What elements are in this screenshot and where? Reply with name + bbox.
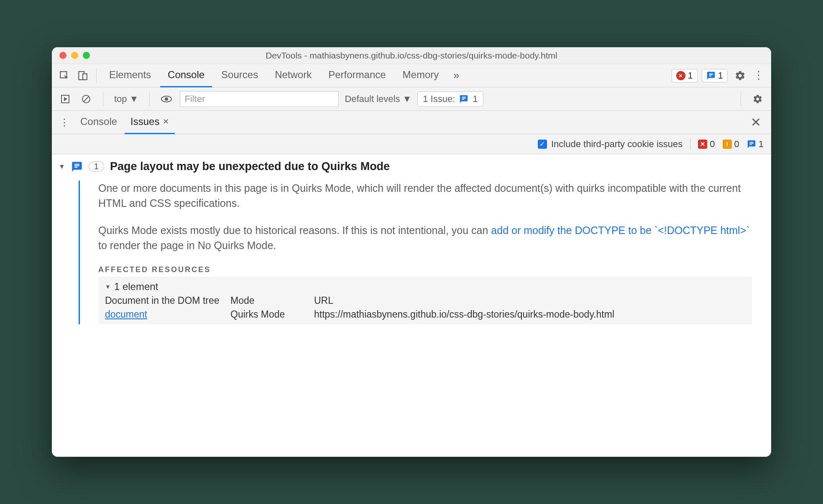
- errors-count[interactable]: ✕ 0: [698, 139, 715, 150]
- tab-performance-label: Performance: [328, 69, 386, 81]
- drawer-tab-issues-label: Issues: [130, 116, 159, 127]
- more-tabs-icon[interactable]: »: [448, 67, 465, 84]
- main-tabstrip: Elements Console Sources Network Perform…: [52, 64, 771, 87]
- table-cell-url: https://mathiasbynens.github.io/css-dbg-…: [314, 309, 745, 320]
- message-icon: [706, 71, 716, 80]
- issue-indicator-label: 1 Issue:: [423, 94, 455, 104]
- close-icon[interactable]: ✕: [163, 117, 169, 126]
- tabstrip-divider: [96, 68, 97, 83]
- issues-body: ▼ 1 Page layout may be unexpected due to…: [52, 154, 771, 457]
- issue-occurrence-count: 1: [89, 161, 104, 172]
- traffic-lights: [52, 52, 90, 59]
- affected-resources-box: ▼ 1 element Document in the DOM tree Mod…: [98, 277, 752, 324]
- tab-console[interactable]: Console: [160, 64, 212, 87]
- warnings-count[interactable]: ! 0: [723, 139, 739, 150]
- drawer-tab-console-label: Console: [80, 116, 117, 127]
- warnings-count-value: 0: [734, 139, 739, 150]
- affected-resources-heading: AFFECTED RESOURCES: [98, 265, 752, 274]
- issue-count: 1: [718, 70, 723, 81]
- devtools-window: DevTools - mathiasbynens.github.io/css-d…: [52, 47, 771, 457]
- table-cell-document-link[interactable]: document: [105, 309, 222, 320]
- issue-paragraph-2: Quirks Mode exists mostly due to histori…: [98, 223, 752, 253]
- svg-line-5: [84, 97, 89, 102]
- tab-memory[interactable]: Memory: [395, 64, 447, 87]
- table-header-url: URL: [314, 295, 745, 306]
- drawer-tab-issues[interactable]: Issues ✕: [125, 111, 175, 134]
- filter-placeholder: Filter: [184, 94, 205, 104]
- execute-icon[interactable]: [58, 92, 73, 107]
- window-close-button[interactable]: [59, 52, 66, 59]
- affected-resources-table: Document in the DOM tree Mode URL docume…: [105, 295, 745, 320]
- error-count-pill[interactable]: 1: [672, 69, 698, 82]
- table-header-document: Document in the DOM tree: [105, 295, 222, 306]
- kebab-menu-icon[interactable]: ⋮: [750, 67, 767, 84]
- drawer-tabstrip: ⋮ Console Issues ✕ ✕: [52, 111, 771, 134]
- filterbar-divider-3: [741, 92, 741, 107]
- svg-point-7: [165, 97, 168, 101]
- device-toolbar-icon[interactable]: [74, 67, 91, 84]
- table-cell-mode: Quirks Mode: [230, 309, 306, 320]
- settings-icon[interactable]: [732, 67, 749, 84]
- filterbar-divider-1: [103, 92, 103, 107]
- error-count: 1: [688, 70, 693, 81]
- third-party-checkbox[interactable]: ✓ Include third-party cookie issues: [538, 139, 682, 150]
- context-selector[interactable]: top ▼: [112, 94, 140, 104]
- issues-toolbar: ✓ Include third-party cookie issues ✕ 0 …: [52, 134, 771, 154]
- issue-p2-part-a: Quirks Mode exists mostly due to histori…: [98, 224, 491, 236]
- info-count-value: 1: [759, 139, 764, 150]
- log-levels-selector[interactable]: Default levels ▼: [345, 94, 412, 104]
- issue-p2-part-b: to render the page in No Quirks Mode.: [98, 239, 276, 251]
- table-header-mode: Mode: [230, 295, 306, 306]
- issue-count-pill[interactable]: 1: [702, 69, 728, 82]
- issue-detail: One or more documents in this page is in…: [79, 181, 764, 324]
- chevron-down-icon: ▼: [130, 94, 139, 104]
- window-maximize-button[interactable]: [83, 52, 90, 59]
- issue-header-row[interactable]: ▼ 1 Page layout may be unexpected due to…: [59, 160, 764, 173]
- chevron-down-icon: ▼: [402, 94, 412, 104]
- message-icon: [459, 94, 468, 104]
- message-icon: [71, 161, 83, 173]
- svg-rect-2: [83, 74, 87, 79]
- checkbox-checked-icon: ✓: [538, 140, 547, 149]
- issue-indicator[interactable]: 1 Issue: 1: [417, 92, 483, 107]
- tab-sources-label: Sources: [221, 69, 258, 81]
- tab-sources[interactable]: Sources: [214, 64, 266, 87]
- issue-indicator-count: 1: [473, 94, 478, 104]
- tab-network[interactable]: Network: [267, 64, 319, 87]
- live-expression-icon[interactable]: [159, 92, 174, 107]
- errors-count-value: 0: [710, 139, 715, 150]
- console-filterbar: top ▼ Filter Default levels ▼ 1 Issue: 1: [52, 87, 771, 111]
- tab-network-label: Network: [275, 69, 312, 81]
- error-icon: ✕: [698, 140, 707, 149]
- error-icon: [676, 71, 685, 80]
- drawer-close-button[interactable]: ✕: [745, 115, 767, 130]
- issue-paragraph-1: One or more documents in this page is in…: [98, 181, 752, 211]
- tab-elements-label: Elements: [109, 69, 151, 81]
- affected-element-count: 1 element: [114, 281, 158, 293]
- affected-element-row[interactable]: ▼ 1 element: [105, 281, 745, 293]
- titlebar: DevTools - mathiasbynens.github.io/css-d…: [52, 47, 771, 64]
- tab-console-label: Console: [168, 69, 204, 81]
- issue-title: Page layout may be unexpected due to Qui…: [110, 160, 390, 173]
- doctype-help-link[interactable]: add or modify the DOCTYPE to be `<!DOCTY…: [491, 224, 749, 236]
- disclosure-triangle-icon[interactable]: ▼: [105, 283, 111, 290]
- info-count[interactable]: 1: [747, 139, 764, 150]
- warning-icon: !: [723, 140, 732, 149]
- window-title: DevTools - mathiasbynens.github.io/css-d…: [52, 51, 771, 61]
- issues-toolbar-divider: [690, 138, 690, 150]
- drawer-kebab-icon[interactable]: ⋮: [56, 114, 73, 131]
- log-levels-label: Default levels: [345, 94, 400, 104]
- tab-memory-label: Memory: [403, 69, 439, 81]
- tab-performance[interactable]: Performance: [321, 64, 393, 87]
- drawer-tab-console[interactable]: Console: [74, 111, 123, 134]
- console-settings-icon[interactable]: [750, 92, 765, 107]
- filter-input[interactable]: Filter: [180, 91, 339, 107]
- window-minimize-button[interactable]: [71, 52, 78, 59]
- filterbar-divider-2: [149, 92, 150, 107]
- disclosure-triangle-icon[interactable]: ▼: [59, 163, 65, 171]
- tab-elements[interactable]: Elements: [102, 64, 158, 87]
- clear-console-icon[interactable]: [79, 92, 94, 107]
- context-label: top: [114, 94, 127, 104]
- inspect-element-icon[interactable]: [56, 67, 73, 84]
- message-icon: [747, 140, 756, 149]
